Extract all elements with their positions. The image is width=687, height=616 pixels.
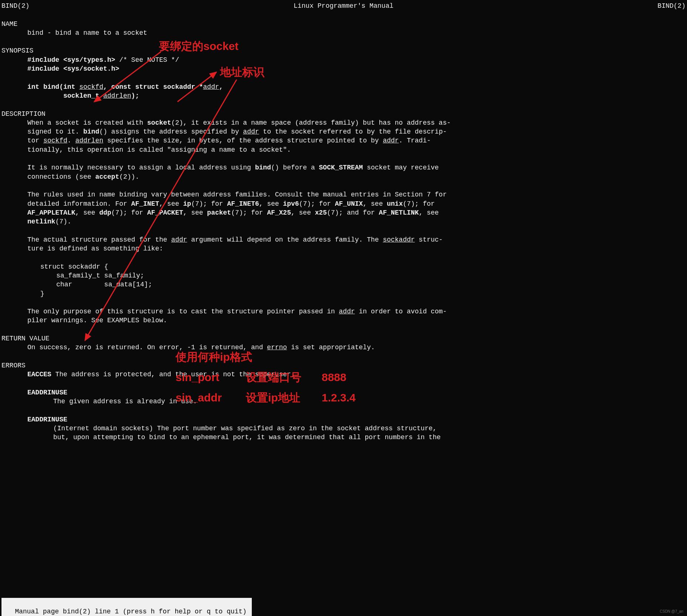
section-errors-title: ERRORS bbox=[1, 361, 686, 370]
p2-c: socket may receive bbox=[363, 164, 439, 171]
p1-b: (2), it exists in a name space (address … bbox=[171, 119, 451, 127]
p3-p: , see bbox=[419, 209, 439, 216]
p3-ipv6: ipv6 bbox=[283, 200, 299, 208]
error-eacces: EACCES The address is protected, and the… bbox=[1, 370, 686, 379]
p2-a: It is normally necessary to assign a loc… bbox=[27, 164, 255, 171]
section-return-title: RETURN VALUE bbox=[1, 334, 686, 343]
p3-q: (7). bbox=[55, 218, 71, 225]
p3-f: (7); for bbox=[299, 200, 335, 208]
p3-netlink: netlink bbox=[27, 218, 55, 225]
error-eaddr2-l1: (Internet domain sockets) The port numbe… bbox=[1, 424, 686, 433]
p3-n: , see bbox=[291, 209, 315, 216]
p5-b: in order to avoid com‐ bbox=[355, 308, 447, 315]
p2-accept: accept bbox=[95, 173, 119, 181]
fn-addrlen: addrlen bbox=[103, 92, 131, 100]
synopsis-include1: #include <sys/types.h> /* See NOTES */ bbox=[1, 55, 686, 64]
p3-x25: x25 bbox=[315, 209, 327, 216]
p1-addr1: addr bbox=[243, 128, 259, 135]
ret-errno: errno bbox=[267, 344, 287, 351]
p4-sockaddr: sockaddr bbox=[383, 236, 414, 243]
watermark: CSDN @7_an bbox=[660, 609, 683, 614]
p1-socket: socket bbox=[147, 119, 171, 127]
synopsis-include2: #include <sys/socket.h> bbox=[1, 64, 686, 73]
p1-a: When a socket is created with bbox=[27, 119, 147, 127]
p1-d: () assigns the address specified by bbox=[99, 128, 243, 135]
p4-addr: addr bbox=[171, 236, 187, 243]
p3-afnetlink: AF_NETLINK bbox=[379, 209, 419, 216]
error-eaddr2-l2: but, upon attempting to bind to an ephem… bbox=[1, 433, 686, 442]
inc1-comment: /* See NOTES */ bbox=[115, 56, 179, 64]
p3-k: (7); for bbox=[111, 209, 147, 216]
p1-j: tionally, this operation is called "assi… bbox=[27, 146, 291, 154]
p1-g: . bbox=[67, 137, 75, 144]
eacces-label: EACCES bbox=[27, 371, 51, 378]
p1-i: . Tradi‐ bbox=[399, 137, 431, 144]
p4-c: struc‐ bbox=[415, 236, 443, 243]
header-left: BIND(2) bbox=[1, 1, 30, 10]
error-eaddr1-text: The given address is already in use. bbox=[1, 397, 686, 406]
cursor-icon bbox=[247, 608, 250, 615]
struct-line2: sa_family_t sa_family; bbox=[1, 271, 686, 280]
p1-bind: bind bbox=[83, 128, 99, 135]
p3-e: , see bbox=[259, 200, 283, 208]
fn-addr: addr bbox=[203, 83, 219, 91]
section-synopsis-title: SYNOPSIS bbox=[1, 46, 686, 55]
fn-pre: int bind(int bbox=[27, 83, 79, 91]
p3-unix: unix bbox=[387, 200, 403, 208]
desc-p4: The actual structure passed for the addr… bbox=[1, 235, 686, 253]
section-name-title: NAME bbox=[1, 20, 686, 28]
p3-g: , see bbox=[363, 200, 387, 208]
status-text: Manual page bind(2) line 1 (press h for … bbox=[11, 608, 247, 615]
p4-a: The actual structure passed for the bbox=[27, 236, 171, 243]
p3-afunix: AF_UNIX bbox=[335, 200, 363, 208]
p3-o: (7); and for bbox=[327, 209, 379, 216]
name-line: bind - bind a name to a socket bbox=[1, 28, 686, 37]
section-description-title: DESCRIPTION bbox=[1, 110, 686, 118]
p5-addr: addr bbox=[339, 308, 355, 315]
eacces-text: The address is protected, and the user i… bbox=[51, 371, 295, 378]
p4-b: argument will depend on the address fami… bbox=[187, 236, 383, 243]
p4-d: ture is defined as something like: bbox=[27, 245, 163, 252]
header-center: Linux Programmer's Manual bbox=[294, 1, 393, 10]
p3-ddp: ddp bbox=[99, 209, 111, 216]
p2-d: connections (see bbox=[27, 173, 95, 181]
p3-afapple: AF_APPLETALK bbox=[27, 209, 75, 216]
p1-h: specifies the size, in bytes, of the add… bbox=[103, 137, 383, 144]
p3-afinet6: AF_INET6 bbox=[227, 200, 259, 208]
p1-f: tor bbox=[27, 137, 43, 144]
header-right: BIND(2) bbox=[657, 1, 686, 10]
return-line: On success, zero is returned. On error, … bbox=[1, 343, 686, 352]
status-bar[interactable]: Manual page bind(2) line 1 (press h for … bbox=[1, 598, 252, 616]
p3-d: (7); for bbox=[191, 200, 227, 208]
man-header: BIND(2) Linux Programmer's Manual BIND(2… bbox=[1, 1, 686, 10]
p1-addrlen: addrlen bbox=[75, 137, 104, 144]
fn-sockfd: sockfd bbox=[79, 83, 103, 91]
p3-m: (7); for bbox=[231, 209, 267, 216]
p3-afpacket: AF_PACKET bbox=[147, 209, 183, 216]
p3-packet: packet bbox=[207, 209, 231, 216]
p3-h: (7); for bbox=[403, 200, 434, 208]
p5-a: The only purpose of this structure is to… bbox=[27, 308, 339, 315]
p5-c: piler warnings. See EXAMPLES below. bbox=[27, 317, 167, 324]
p3-afx25: AF_X25 bbox=[267, 209, 291, 216]
struct-line1: struct sockaddr { bbox=[1, 262, 686, 271]
p3-l: , see bbox=[183, 209, 207, 216]
fn-post: , bbox=[219, 83, 223, 91]
p3-c: , see bbox=[159, 200, 183, 208]
desc-p1: When a socket is created with socket(2),… bbox=[1, 118, 686, 154]
desc-p2: It is normally necessary to assign a loc… bbox=[1, 163, 686, 181]
ret-a: On success, zero is returned. On error, … bbox=[27, 344, 267, 351]
synopsis-fn-line1: int bind(int sockfd, const struct sockad… bbox=[1, 83, 686, 91]
error-eaddr1-label: EADDRINUSE bbox=[1, 388, 686, 397]
p3-a: The rules used in name binding vary betw… bbox=[27, 191, 447, 198]
p1-addr2: addr bbox=[383, 137, 399, 144]
p1-sockfd: sockfd bbox=[43, 137, 67, 144]
fn2-post: ); bbox=[131, 92, 139, 100]
fn-mid: , const struct sockaddr * bbox=[103, 83, 203, 91]
fn2-pre: socklen_t bbox=[27, 92, 103, 100]
synopsis-fn-line2: socklen_t addrlen); bbox=[1, 91, 686, 100]
desc-p3: The rules used in name binding vary betw… bbox=[1, 190, 686, 226]
struct-line3: char sa_data[14]; bbox=[1, 280, 686, 289]
inc1-text: #include <sys/types.h> bbox=[27, 56, 115, 64]
ret-b: is set appropriately. bbox=[287, 344, 375, 351]
